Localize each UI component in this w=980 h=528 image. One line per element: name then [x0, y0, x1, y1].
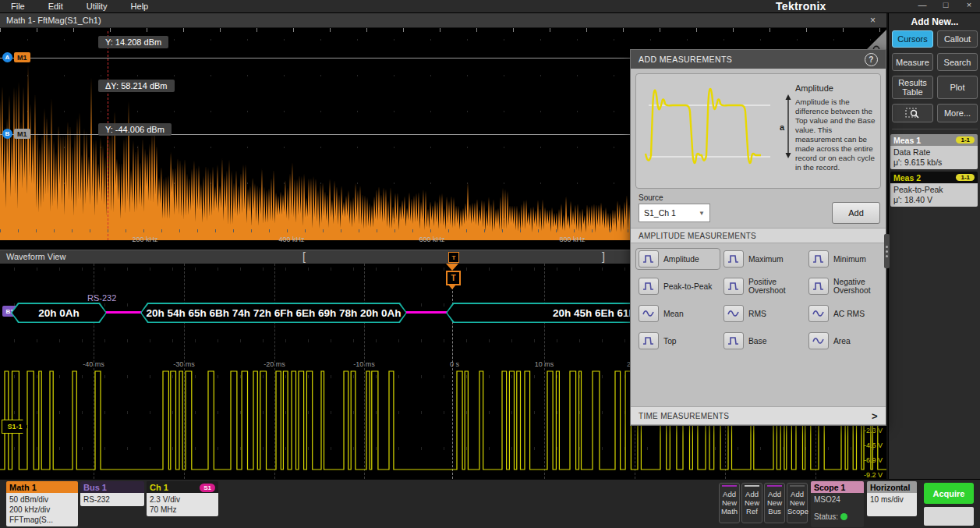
measurement-item-rms[interactable]: RMS	[720, 303, 805, 324]
measurement-item-base[interactable]: Base	[720, 330, 805, 352]
freq-tick: 600 kHz	[419, 236, 444, 243]
meas1-name: Meas 1	[893, 136, 921, 145]
measurement-item-positive-overshoot[interactable]: Positive Overshoot	[720, 275, 805, 297]
menu-utility[interactable]: Utility	[87, 2, 108, 11]
close-icon[interactable]: ×	[963, 0, 975, 9]
help-icon[interactable]: ?	[865, 53, 878, 66]
meas1-value: μ': 9.615 kb/s	[893, 158, 975, 168]
measurement-preview: a Amplitude Amplitude is the difference …	[635, 73, 881, 189]
vertical-cursor-line[interactable]	[108, 31, 108, 240]
dialog-drag-handle[interactable]	[884, 234, 890, 268]
time-section-header[interactable]: TIME MEASUREMENTS >	[631, 406, 886, 425]
pulse-icon	[639, 278, 659, 295]
add-new-math-button[interactable]: Add New Math	[719, 483, 740, 523]
voltage-label: -9.2 V	[864, 471, 883, 479]
callout-button[interactable]: Callout	[937, 30, 978, 48]
time-tick: -30 ms	[173, 360, 195, 368]
math-tab-close-icon[interactable]: ×	[870, 15, 876, 26]
measurement-label: Mean	[663, 310, 684, 318]
measurement-label: AC RMS	[833, 310, 865, 318]
acquire-spare-button[interactable]	[924, 507, 974, 526]
zoom-bracket-right[interactable]: ]	[602, 250, 605, 263]
trigger-arrow-icon	[446, 264, 458, 271]
waveform-view-title: Waveform View	[6, 252, 65, 261]
math1-title: Math 1	[6, 481, 78, 493]
scope1-badge[interactable]: Scope 1 MSO24 Status:	[811, 481, 864, 527]
trigger-pointer-icon	[448, 285, 456, 289]
add-new-bus-button[interactable]: Add New Bus	[764, 483, 785, 523]
measurement-label: Maximum	[748, 255, 784, 264]
search-button[interactable]: Search	[937, 53, 978, 71]
cursor-a-handle[interactable]: A	[2, 52, 12, 62]
minimize-icon[interactable]: —	[916, 0, 929, 9]
cursor-b-handle[interactable]: B	[2, 129, 12, 139]
digital-source-badge[interactable]: S1-1	[2, 420, 28, 434]
meas1-type: Data Rate	[893, 147, 975, 158]
bus-decode-label: RS-232	[87, 293, 116, 303]
measurement-item-minimum[interactable]: Minimum	[805, 248, 883, 270]
bus-packet-text: 20h 54h 65h 6Bh 74h 72h 6Fh 6Eh 69h 78h …	[140, 303, 407, 323]
amplitude-section-header[interactable]: AMPLITUDE MEASUREMENTS	[631, 228, 886, 243]
cursor-a-source-badge: M1	[14, 52, 30, 62]
amplitude-arrow-icon: a	[780, 93, 794, 160]
meas2-source-pill: 1-1	[956, 174, 975, 181]
measurement-item-amplitude[interactable]: Amplitude	[635, 248, 720, 270]
meas2-name: Meas 2	[893, 173, 921, 182]
dialog-titlebar[interactable]: ADD MEASUREMENTS ?	[631, 50, 886, 69]
plot-button[interactable]: Plot	[937, 76, 978, 99]
add-new-title: Add New...	[889, 16, 980, 27]
sine-icon	[724, 305, 744, 322]
meas1-card[interactable]: Meas 1 1-1 Data Rate μ': 9.615 kb/s	[890, 134, 978, 169]
time-tick: -40 ms	[83, 360, 104, 368]
dialog-title: ADD MEASUREMENTS	[639, 55, 732, 64]
zoom-tool-button[interactable]	[892, 104, 933, 122]
results-table-button[interactable]: Results Table	[892, 76, 933, 99]
horizontal-scale: 10 ms/div	[870, 494, 914, 505]
add-new-scope-label: Add New Scope	[787, 490, 808, 516]
bus1-type: RS-232	[83, 494, 141, 505]
menu-help[interactable]: Help	[131, 2, 149, 11]
bus-packet[interactable]: 20h 54h 65h 6Bh 74h 72h 6Fh 6Eh 69h 78h …	[140, 303, 407, 323]
measurement-item-ac-rms[interactable]: AC RMS	[805, 303, 883, 324]
pulse-icon	[639, 250, 659, 268]
scope1-model: MSO24	[814, 494, 861, 505]
trigger-flag[interactable]: T	[446, 271, 461, 285]
maximize-icon[interactable]: □	[939, 0, 952, 9]
sine-icon	[808, 332, 829, 349]
acquire-button[interactable]: Acquire	[924, 483, 974, 504]
add-new-scope-button[interactable]: Add New Scope	[787, 483, 808, 523]
measurement-item-maximum[interactable]: Maximum	[720, 248, 805, 270]
math-tab-title[interactable]: Math 1- FftMag(S1_Ch1)	[6, 16, 101, 25]
time-section-label: TIME MEASUREMENTS	[639, 412, 729, 420]
measurement-item-area[interactable]: Area	[805, 330, 883, 352]
pulse-icon	[724, 332, 744, 349]
horizontal-badge[interactable]: Horizontal 10 ms/div	[867, 481, 917, 516]
menu-file[interactable]: File	[11, 2, 25, 11]
trigger-flag-minimap[interactable]: T	[448, 252, 459, 263]
measure-button[interactable]: Measure	[892, 53, 933, 71]
math1-badge[interactable]: Math 1 50 dBm/div 200 kHz/div FFTmag(S..…	[6, 481, 78, 526]
meas2-value: μ': 18.40 V	[893, 195, 975, 205]
ch1-badge[interactable]: Ch 1 S1 2.3 V/div 70 MHz	[147, 481, 218, 516]
meas2-type: Peak-to-Peak	[893, 185, 975, 195]
meas2-card[interactable]: Meas 2 1-1 Peak-to-Peak μ': 18.40 V	[890, 172, 978, 207]
source-dropdown[interactable]: S1_Ch 1 ▼	[639, 204, 710, 222]
zoom-bracket-left[interactable]: [	[302, 250, 306, 263]
cursor-y2-readout: Y: -44.006 dBm	[98, 123, 172, 136]
menu-edit[interactable]: Edit	[48, 2, 63, 11]
measurement-item-negative-overshoot[interactable]: Negative Overshoot	[805, 275, 883, 297]
measurement-item-peak-to-peak[interactable]: Peak-to-Peak	[635, 275, 720, 297]
add-button[interactable]: Add	[832, 202, 880, 224]
add-new-ref-button[interactable]: Add New Ref	[741, 483, 762, 523]
more-button[interactable]: More...	[937, 104, 978, 122]
meas1-source-pill: 1-1	[956, 136, 975, 144]
bottom-bar: Math 1 50 dBm/div 200 kHz/div FFTmag(S..…	[0, 479, 980, 528]
tektronix-logo: Tektronix	[776, 0, 826, 12]
bus-packet[interactable]: 20h 0Ah	[11, 303, 107, 323]
amplitude-annotation: a	[780, 122, 785, 132]
measurement-item-top[interactable]: Top	[635, 330, 720, 352]
measurement-item-mean[interactable]: Mean	[635, 303, 720, 324]
divider	[892, 129, 978, 129]
bus1-badge[interactable]: Bus 1 RS-232	[80, 481, 144, 506]
cursors-button[interactable]: Cursors	[892, 30, 933, 48]
